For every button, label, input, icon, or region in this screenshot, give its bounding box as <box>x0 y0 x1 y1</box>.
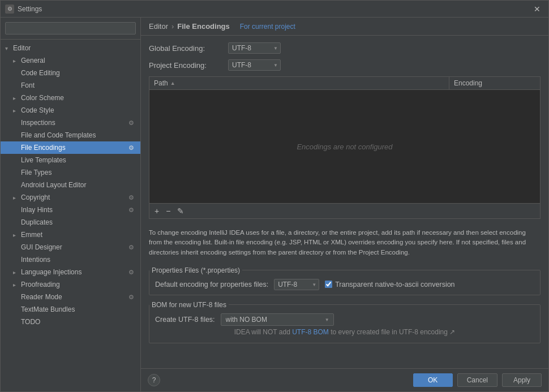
sidebar-item-emmet[interactable]: ▸ Emmet <box>1 229 140 241</box>
app-icon: ⚙ <box>5 5 14 14</box>
global-encoding-select-wrapper: UTF-8 UTF-16 ISO-8859-1 <box>228 42 281 54</box>
sidebar-item-font[interactable]: ▸ Font <box>1 79 140 92</box>
global-encoding-select[interactable]: UTF-8 UTF-16 ISO-8859-1 <box>228 42 281 54</box>
bom-row: Create UTF-8 files: with NO BOM with BOM <box>155 313 534 326</box>
sidebar-item-copyright[interactable]: ▸ Copyright ⚙ <box>1 191 140 204</box>
sidebar-item-label: Code Editing <box>21 69 136 77</box>
settings-icon: ⚙ <box>127 268 136 277</box>
sidebar-item-color-scheme[interactable]: ▸ Color Scheme <box>1 92 140 104</box>
info-text: To change encoding IntelliJ IDEA uses fo… <box>149 225 541 261</box>
settings-icon: ⚙ <box>127 292 136 301</box>
sidebar-item-label: Emmet <box>21 231 136 239</box>
settings-icon: ⚙ <box>127 193 136 202</box>
main-panel: Editor › File Encodings For current proj… <box>141 18 548 391</box>
transparent-conversion-text: Transparent native-to-ascii conversion <box>335 281 454 288</box>
sidebar-item-general[interactable]: ▸ General <box>1 54 140 67</box>
bom-info-link[interactable]: UTF-8 BOM <box>292 328 329 336</box>
sidebar-item-textmate-bundles[interactable]: ▸ TextMate Bundles <box>1 303 140 316</box>
sidebar-item-label: Live Templates <box>21 156 136 164</box>
transparent-conversion-label[interactable]: Transparent native-to-ascii conversion <box>325 281 454 288</box>
info-content: To change encoding IntelliJ IDEA uses fo… <box>149 229 526 256</box>
sidebar-item-label: GUI Designer <box>21 243 125 251</box>
bom-select[interactable]: with NO BOM with BOM <box>221 313 334 326</box>
chevron-right-icon: ▸ <box>13 232 21 238</box>
sidebar-item-proofreading[interactable]: ▸ Proofreading <box>1 278 140 291</box>
sort-arrow-icon: ▲ <box>170 80 175 86</box>
project-encoding-select[interactable]: UTF-8 UTF-16 ISO-8859-1 <box>228 59 281 71</box>
gear-icon: ⚙ <box>127 143 136 152</box>
add-button[interactable]: + <box>152 205 162 217</box>
bom-section-title: BOM for new UTF-8 files <box>149 301 229 309</box>
bom-info: IDEA will NOT add UTF-8 BOM to every cre… <box>155 326 534 338</box>
chevron-right-icon: ▸ <box>13 58 21 64</box>
project-encoding-select-wrapper: UTF-8 UTF-16 ISO-8859-1 <box>228 59 281 71</box>
properties-section-title: Properties Files (*.properties) <box>149 266 242 274</box>
settings-icon: ⚙ <box>127 118 136 127</box>
table-header: Path ▲ Encoding <box>149 77 540 90</box>
empty-message: Encodings are not configured <box>297 143 392 151</box>
chevron-right-icon: ▸ <box>13 195 21 201</box>
encoding-label: Encoding <box>454 79 482 87</box>
sidebar-item-label: TextMate Bundles <box>21 305 136 313</box>
properties-content: Default encoding for properties files: U… <box>149 274 540 295</box>
sidebar: ▾ Editor ▸ General ▸ Code Editing ▸ Font <box>1 18 141 391</box>
breadcrumb: Editor › File Encodings For current proj… <box>141 18 548 36</box>
chevron-down-icon: ▾ <box>5 45 13 51</box>
sidebar-item-file-encodings[interactable]: ▸ File Encodings ⚙ <box>1 141 140 154</box>
sidebar-item-label: TODO <box>21 318 136 326</box>
table-toolbar: + − ✎ <box>149 203 540 218</box>
bom-info-suffix: to every created file in UTF-8 encoding … <box>331 328 455 336</box>
sidebar-item-label: General <box>21 57 136 64</box>
search-input[interactable] <box>5 22 136 35</box>
edit-button[interactable]: ✎ <box>174 205 187 217</box>
ok-button[interactable]: OK <box>413 373 453 387</box>
chevron-right-icon: ▸ <box>13 107 21 114</box>
for-current-project-link[interactable]: For current project <box>240 23 295 31</box>
sidebar-item-inlay-hints[interactable]: ▸ Inlay Hints ⚙ <box>1 204 140 216</box>
project-encoding-row: Project Encoding: UTF-8 UTF-16 ISO-8859-… <box>149 59 541 71</box>
transparent-conversion-checkbox[interactable] <box>325 281 332 288</box>
sidebar-item-label: Proofreading <box>21 281 136 288</box>
sidebar-item-todo[interactable]: ▸ TODO <box>1 316 140 328</box>
settings-icon: ⚙ <box>127 205 136 214</box>
sidebar-item-live-templates[interactable]: ▸ Live Templates <box>1 154 140 166</box>
sidebar-item-intentions[interactable]: ▸ Intentions <box>1 253 140 266</box>
sidebar-item-label: Copyright <box>21 193 125 201</box>
project-encoding-label: Project Encoding: <box>149 61 222 70</box>
create-utf8-label: Create UTF-8 files: <box>155 316 215 324</box>
sidebar-item-inspections[interactable]: ▸ Inspections ⚙ <box>1 117 140 129</box>
sidebar-item-file-and-code-templates[interactable]: ▸ File and Code Templates <box>1 129 140 141</box>
sidebar-item-duplicates[interactable]: ▸ Duplicates <box>1 216 140 229</box>
global-encoding-label: Global Encoding: <box>149 44 222 53</box>
properties-row: Default encoding for properties files: U… <box>155 279 534 290</box>
sidebar-item-label: Language Injections <box>21 268 125 276</box>
settings-icon: ⚙ <box>127 243 136 252</box>
close-button[interactable]: ✕ <box>530 3 544 15</box>
remove-button[interactable]: − <box>163 205 173 217</box>
search-box <box>1 18 140 40</box>
sidebar-item-label: Reader Mode <box>21 293 125 301</box>
sidebar-item-gui-designer[interactable]: ▸ GUI Designer ⚙ <box>1 241 140 253</box>
apply-button[interactable]: Apply <box>502 373 542 387</box>
panel-body: Global Encoding: UTF-8 UTF-16 ISO-8859-1… <box>141 36 548 368</box>
sidebar-item-label: Intentions <box>21 256 136 264</box>
default-encoding-label: Default encoding for properties files: <box>155 281 268 288</box>
bom-content: Create UTF-8 files: with NO BOM with BOM… <box>149 309 540 343</box>
properties-encoding-select[interactable]: UTF-8 UTF-16 <box>274 279 319 290</box>
sidebar-item-language-injections[interactable]: ▸ Language Injections ⚙ <box>1 266 140 278</box>
sidebar-item-label: Color Scheme <box>21 94 136 102</box>
help-button[interactable]: ? <box>148 374 160 386</box>
sidebar-item-android-layout-editor[interactable]: ▸ Android Layout Editor <box>1 179 140 191</box>
encoding-column-header: Encoding <box>449 77 540 89</box>
sidebar-item-reader-mode[interactable]: ▸ Reader Mode ⚙ <box>1 291 140 303</box>
global-encoding-row: Global Encoding: UTF-8 UTF-16 ISO-8859-1 <box>149 42 541 54</box>
sidebar-item-editor[interactable]: ▾ Editor <box>1 42 140 54</box>
sidebar-item-code-editing[interactable]: ▸ Code Editing <box>1 67 140 79</box>
path-column-header: Path ▲ <box>149 77 449 89</box>
sidebar-item-label: Code Style <box>21 106 136 114</box>
sidebar-item-code-style[interactable]: ▸ Code Style <box>1 104 140 117</box>
sidebar-item-file-types[interactable]: ▸ File Types <box>1 166 140 179</box>
sidebar-tree: ▾ Editor ▸ General ▸ Code Editing ▸ Font <box>1 40 140 391</box>
cancel-button[interactable]: Cancel <box>457 373 497 387</box>
properties-section: Properties Files (*.properties) Default … <box>149 266 541 295</box>
